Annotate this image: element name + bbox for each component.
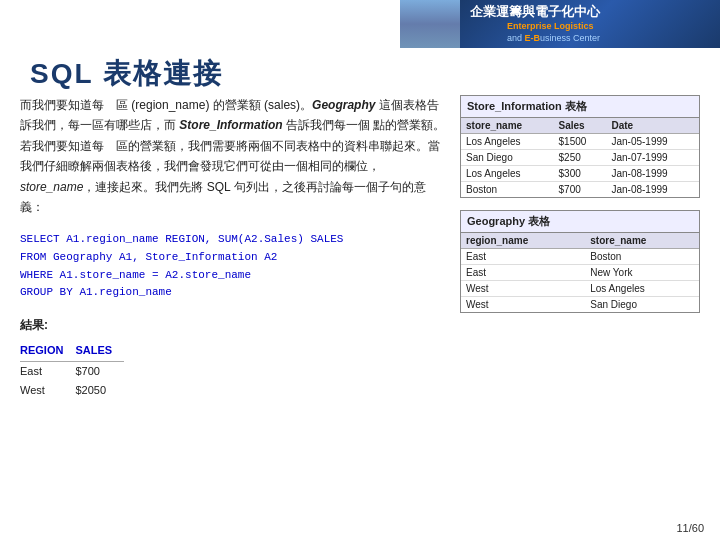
result-col-region: REGION [20,341,75,361]
sql-line1: SELECT A1.region_name REGION, SUM(A2.Sal… [20,233,343,245]
store-information-table-title: Store_Information 表格 [461,96,699,118]
geography-table-row: WestSan Diego [461,297,699,313]
result-col-sales: SALES [75,341,124,361]
result-table-container: REGION SALES East$700West$2050 [20,341,448,401]
store-information-table: store_nameSalesDate Los Angeles$1500Jan-… [461,118,699,197]
store-information-table-row: San Diego$250Jan-07-1999 [461,150,699,166]
geography-header-row: region_namestore_name [461,233,699,249]
result-table-row: East$700 [20,361,124,381]
header-title-en-line1: Enterprise Logistics [507,21,594,31]
result-label: 結果: [20,316,448,335]
header-title-chinese: 企業運籌與電子化中心 [470,3,600,21]
description-text: 而我們要知道每 區 (region_name) 的營業額 (sales)。Geo… [20,95,448,217]
header-background-image [400,0,460,48]
sql-code: SELECT A1.region_name REGION, SUM(A2.Sal… [20,231,448,301]
right-panel: Store_Information 表格 store_nameSalesDate… [460,95,700,510]
page-title: SQL 表格連接 [30,55,223,93]
left-panel: 而我們要知道每 區 (region_name) 的營業額 (sales)。Geo… [20,95,448,510]
store-information-table-row: Boston$700Jan-08-1999 [461,182,699,198]
store-information-table-row: Los Angeles$300Jan-08-1999 [461,166,699,182]
main-content: 而我們要知道每 區 (region_name) 的營業額 (sales)。Geo… [20,95,700,510]
header-title-highlight: E-B [524,33,540,43]
header: 企業運籌與電子化中心 Enterprise Logistics and E-Bu… [460,0,720,48]
sql-line3: WHERE A1.store_name = A2.store_name [20,269,251,281]
header-logo: 企業運籌與電子化中心 Enterprise Logistics and E-Bu… [470,3,600,44]
header-title-english: Enterprise Logistics and E-Business Cent… [507,21,600,44]
store-information-header-row: store_nameSalesDate [461,118,699,134]
store-information-table-container: Store_Information 表格 store_nameSalesDate… [460,95,700,198]
geography-table-row: WestLos Angeles [461,281,699,297]
geography-table-title: Geography 表格 [461,211,699,233]
geography-table-body: EastBostonEastNew YorkWestLos AngelesWes… [461,249,699,313]
result-table: REGION SALES East$700West$2050 [20,341,124,401]
geography-table: region_namestore_name EastBostonEastNew … [461,233,699,312]
geography-table-row: EastBoston [461,249,699,265]
store-information-table-row: Los Angeles$1500Jan-05-1999 [461,134,699,150]
footer-page-number: 11/60 [676,522,704,534]
sql-line4: GROUP BY A1.region_name [20,286,172,298]
sql-line2: FROM Geography A1, Store_Information A2 [20,251,277,263]
geography-table-row: EastNew York [461,265,699,281]
result-table-body: East$700West$2050 [20,361,124,401]
geography-table-container: Geography 表格 region_namestore_name EastB… [460,210,700,313]
result-table-row: West$2050 [20,381,124,401]
store-information-table-body: Los Angeles$1500Jan-05-1999San Diego$250… [461,134,699,198]
